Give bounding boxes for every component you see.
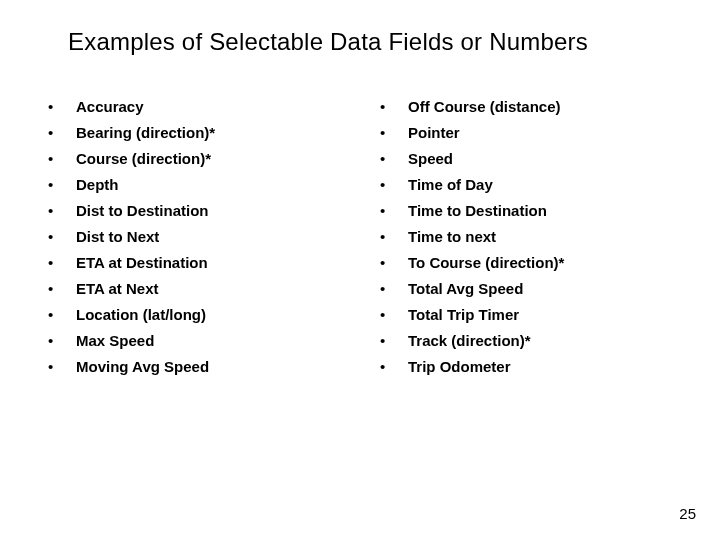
- slide: Examples of Selectable Data Fields or Nu…: [0, 0, 720, 540]
- bullet-icon: •: [48, 252, 76, 273]
- list-item-label: Pointer: [408, 122, 460, 143]
- list-item-label: Time to next: [408, 226, 496, 247]
- list-item: •Moving Avg Speed: [48, 356, 340, 377]
- list-item: •Depth: [48, 174, 340, 195]
- list-item: •Trip Odometer: [380, 356, 672, 377]
- list-item: •Course (direction)*: [48, 148, 340, 169]
- list-item-label: Speed: [408, 148, 453, 169]
- bullet-icon: •: [48, 174, 76, 195]
- list-item: •Dist to Destination: [48, 200, 340, 221]
- list-item: •Location (lat/long): [48, 304, 340, 325]
- list-item: •Dist to Next: [48, 226, 340, 247]
- bullet-icon: •: [380, 356, 408, 377]
- list-item: •Time of Day: [380, 174, 672, 195]
- list-item-label: Total Avg Speed: [408, 278, 523, 299]
- bullet-icon: •: [48, 330, 76, 351]
- list-item-label: Time to Destination: [408, 200, 547, 221]
- list-item: •Pointer: [380, 122, 672, 143]
- list-item-label: Max Speed: [76, 330, 154, 351]
- page-number: 25: [679, 505, 696, 522]
- list-item-label: To Course (direction)*: [408, 252, 564, 273]
- list-item: •Time to Destination: [380, 200, 672, 221]
- list-item-label: Moving Avg Speed: [76, 356, 209, 377]
- list-item: •ETA at Next: [48, 278, 340, 299]
- list-item: •Off Course (distance): [380, 96, 672, 117]
- list-item-label: ETA at Next: [76, 278, 159, 299]
- list-item-label: Time of Day: [408, 174, 493, 195]
- bullet-icon: •: [48, 96, 76, 117]
- bullet-icon: •: [380, 278, 408, 299]
- bullet-icon: •: [48, 148, 76, 169]
- bullet-icon: •: [380, 148, 408, 169]
- list-item: •Total Trip Timer: [380, 304, 672, 325]
- list-item-label: Track (direction)*: [408, 330, 531, 351]
- list-item-label: Bearing (direction)*: [76, 122, 215, 143]
- bullet-icon: •: [380, 96, 408, 117]
- bullet-icon: •: [380, 122, 408, 143]
- right-list: •Off Course (distance)•Pointer•Speed•Tim…: [380, 96, 672, 377]
- list-item: •Total Avg Speed: [380, 278, 672, 299]
- list-item-label: Location (lat/long): [76, 304, 206, 325]
- list-item: •Accuracy: [48, 96, 340, 117]
- bullet-icon: •: [380, 304, 408, 325]
- list-item: •To Course (direction)*: [380, 252, 672, 273]
- bullet-icon: •: [380, 200, 408, 221]
- content-columns: •Accuracy•Bearing (direction)*•Course (d…: [48, 96, 672, 382]
- list-item-label: Depth: [76, 174, 119, 195]
- list-item-label: Dist to Next: [76, 226, 159, 247]
- bullet-icon: •: [380, 174, 408, 195]
- right-column: •Off Course (distance)•Pointer•Speed•Tim…: [380, 96, 672, 382]
- list-item: •ETA at Destination: [48, 252, 340, 273]
- bullet-icon: •: [48, 278, 76, 299]
- slide-title: Examples of Selectable Data Fields or Nu…: [68, 28, 672, 56]
- bullet-icon: •: [380, 226, 408, 247]
- bullet-icon: •: [48, 122, 76, 143]
- list-item: •Track (direction)*: [380, 330, 672, 351]
- list-item: •Speed: [380, 148, 672, 169]
- list-item: •Max Speed: [48, 330, 340, 351]
- bullet-icon: •: [380, 252, 408, 273]
- list-item-label: Accuracy: [76, 96, 144, 117]
- left-list: •Accuracy•Bearing (direction)*•Course (d…: [48, 96, 340, 377]
- list-item-label: Off Course (distance): [408, 96, 561, 117]
- bullet-icon: •: [48, 226, 76, 247]
- bullet-icon: •: [48, 356, 76, 377]
- list-item-label: Course (direction)*: [76, 148, 211, 169]
- list-item-label: Dist to Destination: [76, 200, 209, 221]
- list-item-label: Trip Odometer: [408, 356, 511, 377]
- list-item: •Bearing (direction)*: [48, 122, 340, 143]
- list-item-label: ETA at Destination: [76, 252, 208, 273]
- bullet-icon: •: [380, 330, 408, 351]
- left-column: •Accuracy•Bearing (direction)*•Course (d…: [48, 96, 340, 382]
- bullet-icon: •: [48, 200, 76, 221]
- bullet-icon: •: [48, 304, 76, 325]
- list-item: •Time to next: [380, 226, 672, 247]
- list-item-label: Total Trip Timer: [408, 304, 519, 325]
